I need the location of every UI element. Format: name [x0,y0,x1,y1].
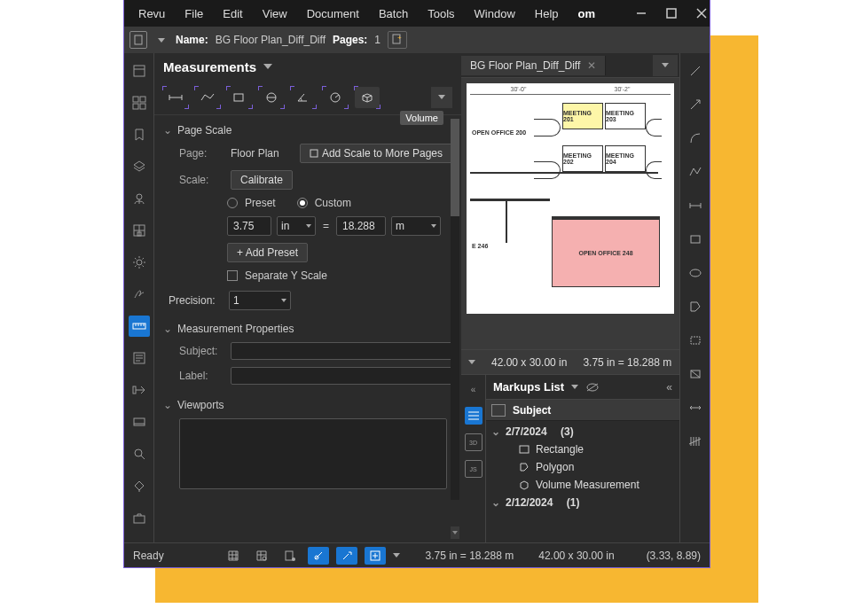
app-window: Revu File Edit View Document Batch Tools… [124,0,710,567]
right-rail [679,53,710,542]
count-tool-icon[interactable] [685,431,706,452]
